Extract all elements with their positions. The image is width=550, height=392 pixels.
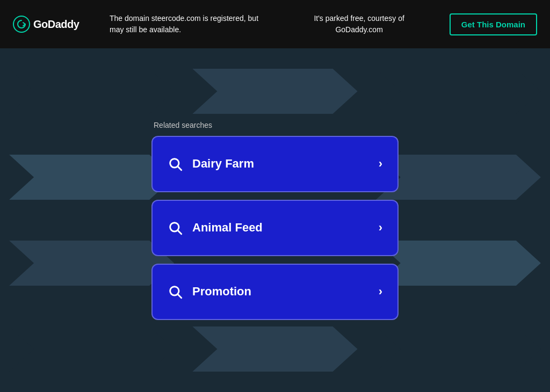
svg-line-3 [178,230,181,234]
search-card-dairy-farm[interactable]: Dairy Farm › [151,136,399,192]
search-card-animal-feed[interactable]: Animal Feed › [151,200,399,256]
card-label-promotion: Promotion [192,285,251,299]
card-label-animal-feed: Animal Feed [192,221,263,235]
topbar: GoDaddy The domain steercode.com is regi… [0,0,550,48]
main-area: Related searches Dairy Farm › Animal Fee… [0,48,550,392]
chevron-right-icon: › [379,157,382,171]
logo-circle [13,16,30,33]
domain-message: The domain steercode.com is registered, … [110,13,269,35]
logo-area: GoDaddy [13,16,99,33]
get-domain-button[interactable]: Get This Domain [450,13,537,35]
godaddy-wordmark: GoDaddy [33,18,79,31]
search-icon [168,156,183,171]
svg-line-1 [178,166,181,170]
search-icon [168,284,183,299]
chevron-right-icon: › [379,285,382,299]
godaddy-logo: GoDaddy [13,16,79,33]
svg-line-5 [178,294,181,297]
chevron-right-icon: › [379,221,382,235]
search-card-promotion[interactable]: Promotion › [151,264,399,320]
card-label-dairy-farm: Dairy Farm [192,157,254,171]
center-content: Related searches Dairy Farm › Animal Fee… [151,121,399,320]
godaddy-icon [16,19,27,30]
related-searches-label: Related searches [154,121,212,129]
parked-message: It's parked free, courtesy of GoDaddy.co… [279,13,438,35]
search-icon [168,220,183,235]
